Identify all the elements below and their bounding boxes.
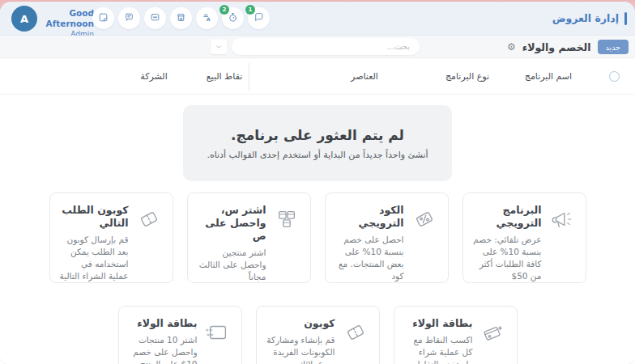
card-description: عرض تلقائي: خصم بنسبة 10% على كافة الطلب… bbox=[473, 234, 542, 282]
note-button[interactable] bbox=[92, 7, 114, 29]
column-program-name: اسم البرنامج bbox=[525, 71, 572, 82]
empty-state: لم يتم العثور على برنامج. أنشئ واحداً جد… bbox=[183, 105, 452, 181]
template-cards-row-2: بطاقة الولاء اكسب النقاط مع كل عملية شرا… bbox=[0, 306, 635, 364]
announcement-board-icon bbox=[124, 11, 134, 26]
topbar-icon-row: A 2 1 bbox=[92, 7, 270, 29]
avatar[interactable]: A bbox=[11, 6, 37, 32]
card-title: البرنامج الترويجي bbox=[473, 204, 542, 230]
card-description: احصل على خصم بنسبة 10% على بعض المنتجات.… bbox=[335, 234, 404, 282]
stamp-card-icon: ***** bbox=[204, 320, 232, 364]
search-dropdown-button[interactable] bbox=[211, 40, 227, 54]
timer-icon bbox=[228, 11, 238, 26]
toolbar-actions: جديد الخصم والولاء ⚙ bbox=[507, 36, 629, 58]
card-description: اكسب النقاط مع كل عملية شراء واستخدم الن… bbox=[404, 334, 473, 364]
template-card-loyalty-stamp-card[interactable]: ***** بطاقة الولاء اشتر 10 منتجات واحصل … bbox=[118, 306, 242, 364]
topbar: A Good Afternoon Admin bbox=[0, 2, 635, 36]
search-input[interactable] bbox=[232, 38, 420, 55]
template-card-buy-x-get-y[interactable]: اشتر س، واحصل على ص اشتر منتجين واحصل عل… bbox=[187, 193, 311, 283]
svg-text:**: ** bbox=[206, 332, 213, 340]
toolbar-title: الخصم والولاء bbox=[522, 41, 591, 53]
column-points-of-sale: نقاط البيع bbox=[207, 71, 243, 82]
card-star-icon bbox=[479, 320, 507, 364]
chevron-down-icon bbox=[215, 39, 223, 54]
language-icon: A bbox=[202, 11, 212, 26]
template-card-coupon[interactable]: كوبون قم بإنشاء ومشاركة الكوبونات الفريد… bbox=[256, 306, 380, 364]
shop-button[interactable] bbox=[170, 7, 192, 29]
page-title: إدارة العروض bbox=[552, 12, 619, 24]
shop-icon bbox=[176, 11, 186, 26]
template-card-next-order-coupon[interactable]: كوبون الطلب التالي قم بإرسال كوبون بعد ا… bbox=[49, 193, 173, 283]
chat-badge: 1 bbox=[245, 5, 255, 15]
card-title: بطاقة الولاء bbox=[404, 317, 473, 330]
search-group bbox=[211, 38, 420, 55]
announcement-button[interactable] bbox=[118, 7, 140, 29]
card-title: اشتر س، واحصل على ص bbox=[198, 204, 266, 243]
note-icon bbox=[98, 11, 109, 26]
select-all-radio[interactable] bbox=[609, 71, 620, 82]
card-title: الكود الترويجي bbox=[335, 204, 404, 230]
card-title: بطاقة الولاء bbox=[129, 317, 198, 330]
empty-state-title: لم يتم العثور على برنامج. bbox=[231, 127, 404, 143]
card-description: قم بإرسال كوبون بعد الطلب يمكن استخدامه … bbox=[60, 234, 129, 282]
pos-screen-button[interactable] bbox=[144, 7, 166, 29]
card-title: كوبون الطلب التالي bbox=[60, 204, 129, 230]
greeting-text: Good Afternoon bbox=[36, 8, 94, 29]
timer-badge: 2 bbox=[219, 5, 229, 15]
template-card-promotional-program[interactable]: البرنامج الترويجي عرض تلقائي: خصم بنسبة … bbox=[462, 193, 586, 283]
chat-icon bbox=[254, 11, 264, 26]
table-header: اسم البرنامج نوع البرنامج العناصر نقاط ا… bbox=[0, 59, 635, 95]
pos-screen-icon bbox=[150, 11, 160, 26]
card-description: اشتر 10 منتجات واحصل على خصم 10$ على الم… bbox=[129, 334, 198, 364]
page-title-block: إدارة العروض bbox=[552, 2, 627, 35]
card-title: كوبون bbox=[266, 317, 335, 330]
greeting-block: Good Afternoon Admin bbox=[36, 8, 94, 39]
ticket-icon bbox=[135, 207, 163, 272]
svg-text:A: A bbox=[207, 16, 211, 22]
column-program-type: نوع البرنامج bbox=[445, 71, 489, 82]
empty-state-subtitle: أنشئ واحداً جديداً من البداية أو استخدم … bbox=[207, 150, 428, 160]
column-company: الشركة bbox=[140, 71, 167, 82]
card-description: اشتر منتجين واحصل على الثالث مجاناً bbox=[198, 247, 266, 283]
template-card-loyalty-card-points[interactable]: بطاقة الولاء اكسب النقاط مع كل عملية شرا… bbox=[394, 306, 518, 364]
ticket-percent-icon bbox=[411, 207, 438, 272]
column-divider bbox=[249, 63, 249, 91]
timer-button[interactable]: 2 bbox=[222, 7, 244, 29]
cubes-icon bbox=[273, 207, 300, 272]
ticket-icon bbox=[342, 320, 369, 364]
column-items: العناصر bbox=[351, 71, 378, 82]
toolbar: جديد الخصم والولاء ⚙ bbox=[0, 36, 635, 58]
template-cards-row-1: البرنامج الترويجي عرض تلقائي: خصم بنسبة … bbox=[0, 193, 635, 283]
active-page-indicator bbox=[624, 12, 627, 25]
chat-button[interactable]: 1 bbox=[248, 7, 270, 29]
template-card-promo-code[interactable]: الكود الترويجي احصل على خصم بنسبة 10% عل… bbox=[325, 193, 449, 283]
language-button[interactable]: A bbox=[196, 7, 218, 29]
gear-icon[interactable]: ⚙ bbox=[507, 42, 516, 52]
megaphone-icon bbox=[548, 207, 576, 272]
app-window: A Good Afternoon Admin bbox=[0, 2, 635, 364]
new-button[interactable]: جديد bbox=[598, 40, 629, 54]
main-content: لم يتم العثور على برنامج. أنشئ واحداً جد… bbox=[0, 95, 635, 364]
card-description: قم بإنشاء ومشاركة الكوبونات الفريدة مع ع… bbox=[266, 334, 335, 364]
